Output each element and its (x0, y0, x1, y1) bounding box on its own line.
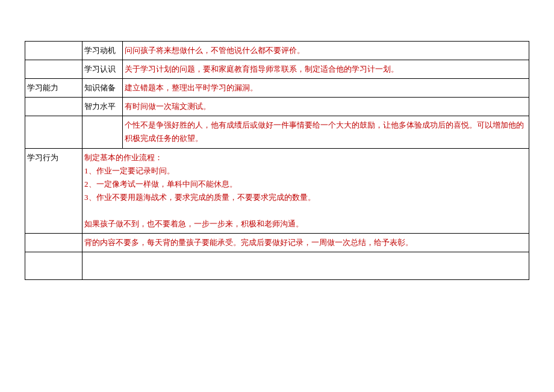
cell-category: 学习行为 (25, 148, 82, 234)
cell-category (25, 116, 82, 148)
cell-category (25, 42, 82, 60)
cell-content: 问问孩子将来想做什么，不管他说什么都不要评价。 (123, 42, 529, 60)
line: 如果孩子做不到，也不要着急，一步一步来，积极和老师沟通。 (84, 217, 527, 231)
cell-content-merged: 制定基本的作业流程： 1、作业一定要记录时间。 2、一定像考试一样做，单科中间不… (82, 148, 529, 234)
cell-category (25, 234, 82, 252)
table-row: 智力水平 有时间做一次瑞文测试。 (25, 98, 529, 116)
cell-subcategory: 学习动机 (82, 42, 123, 60)
table-row: 个性不是争强好胜的人，他有成绩后或做好一件事情要给一个大大的鼓励，让他多体验成功… (25, 116, 529, 148)
cell-subcategory: 知识储备 (82, 79, 123, 98)
document-page: 学习动机 问问孩子将来想做什么，不管他说什么都不要评价。 学习认识 关于学习计划… (0, 41, 554, 392)
cell-subcategory: 学习认识 (82, 60, 123, 79)
table-row-empty (25, 252, 529, 280)
table-row: 学习认识 关于学习计划的问题，要和家庭教育指导师常联系，制定适合他的学习计一划。 (25, 60, 529, 79)
cell-content: 个性不是争强好胜的人，他有成绩后或做好一件事情要给一个大大的鼓励，让他多体验成功… (123, 116, 529, 148)
line: 制定基本的作业流程： (84, 151, 527, 164)
cell-content: 关于学习计划的问题，要和家庭教育指导师常联系，制定适合他的学习计一划。 (123, 60, 529, 79)
table-row: 背的内容不要多，每天背的量孩子要能承受。完成后要做好记录，一周做一次总结，给予表… (25, 234, 529, 252)
cell-empty (25, 252, 82, 280)
cell-category: 学习能力 (25, 79, 82, 98)
cell-empty (82, 252, 529, 280)
cell-subcategory: 智力水平 (82, 98, 123, 116)
line (84, 204, 527, 217)
line: 1、作业一定要记录时间。 (84, 164, 527, 178)
cell-subcategory (82, 116, 123, 148)
table-row: 学习行为 制定基本的作业流程： 1、作业一定要记录时间。 2、一定像考试一样做，… (25, 148, 529, 234)
line: 3、作业不要用题海战术，要求完成的质量，不要要求完成的数量。 (84, 191, 527, 204)
cell-category (25, 60, 82, 79)
table-row: 学习动机 问问孩子将来想做什么，不管他说什么都不要评价。 (25, 42, 529, 60)
cell-category (25, 98, 82, 116)
cell-content-merged: 背的内容不要多，每天背的量孩子要能承受。完成后要做好记录，一周做一次总结，给予表… (82, 234, 529, 252)
study-plan-table: 学习动机 问问孩子将来想做什么，不管他说什么都不要评价。 学习认识 关于学习计划… (25, 41, 529, 280)
cell-content: 有时间做一次瑞文测试。 (123, 98, 529, 116)
line: 2、一定像考试一样做，单科中间不能休息。 (84, 178, 527, 191)
cell-content: 建立错题本，整理出平时学习的漏洞。 (123, 79, 529, 98)
table-row: 学习能力 知识储备 建立错题本，整理出平时学习的漏洞。 (25, 79, 529, 98)
